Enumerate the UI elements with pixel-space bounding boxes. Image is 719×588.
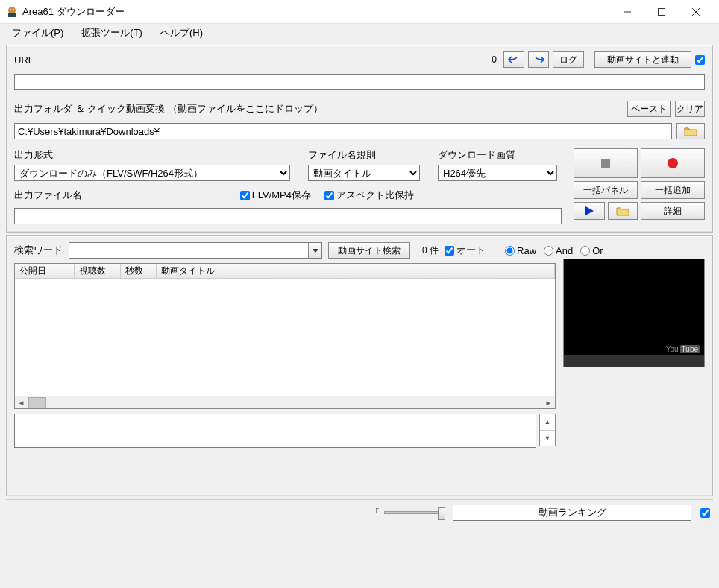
filename-rule-label: ファイル名規則 bbox=[308, 148, 420, 162]
ranking-input[interactable] bbox=[453, 505, 691, 521]
updown-buttons[interactable]: ▲ ▼ bbox=[539, 414, 556, 446]
minimize-button[interactable] bbox=[610, 1, 644, 23]
paste-button[interactable]: ペースト bbox=[627, 101, 671, 117]
batch-add-button[interactable]: 一括追加 bbox=[641, 181, 705, 199]
detail-button[interactable]: 詳細 bbox=[641, 202, 705, 220]
output-format-select[interactable]: ダウンロードのみ（FLV/SWF/H264形式） bbox=[14, 165, 290, 181]
scroll-left-icon[interactable]: ◄ bbox=[15, 396, 28, 409]
svg-marker-11 bbox=[313, 249, 318, 253]
menubar: ファイル(P) 拡張ツール(T) ヘルプ(H) bbox=[0, 24, 719, 42]
slider-thumb[interactable] bbox=[438, 507, 445, 520]
output-filename-input[interactable] bbox=[14, 208, 562, 224]
search-input[interactable] bbox=[69, 242, 322, 259]
bracket-icon: 「 bbox=[371, 507, 380, 519]
svg-marker-10 bbox=[585, 206, 594, 215]
column-seconds[interactable]: 秒数 bbox=[121, 264, 157, 278]
filename-rule-select[interactable]: 動画タイトル bbox=[308, 165, 420, 181]
down-button[interactable]: ▼ bbox=[540, 431, 555, 446]
scroll-thumb[interactable] bbox=[28, 397, 46, 408]
svg-point-2 bbox=[10, 9, 11, 10]
radio-raw[interactable]: Raw bbox=[505, 245, 536, 256]
stop-button[interactable] bbox=[574, 148, 638, 178]
svg-point-9 bbox=[668, 158, 678, 168]
quality-select[interactable]: H264優先 bbox=[438, 165, 557, 181]
youtube-logo: You Tube bbox=[666, 345, 700, 353]
redo-button[interactable] bbox=[528, 51, 549, 68]
titlebar: Area61 ダウンローダー bbox=[0, 0, 719, 24]
site-link-checkbox[interactable] bbox=[695, 55, 705, 65]
url-count: 0 bbox=[492, 54, 497, 65]
quality-label: ダウンロード画質 bbox=[438, 148, 557, 162]
svg-rect-1 bbox=[8, 13, 16, 17]
menu-file[interactable]: ファイル(P) bbox=[4, 25, 71, 41]
up-button[interactable]: ▲ bbox=[540, 414, 555, 431]
log-button[interactable]: ログ bbox=[553, 51, 584, 68]
svg-point-0 bbox=[8, 7, 16, 14]
ranking-checkbox[interactable] bbox=[700, 508, 710, 518]
app-icon bbox=[6, 6, 18, 18]
table-header: 公開日 視聴数 秒数 動画タイトル bbox=[15, 264, 555, 279]
window-title: Area61 ダウンローダー bbox=[22, 5, 610, 19]
output-folder-input[interactable] bbox=[14, 123, 672, 139]
close-button[interactable] bbox=[679, 1, 713, 23]
browse-folder-button[interactable] bbox=[676, 123, 705, 139]
batch-panel-button[interactable]: 一括パネル bbox=[574, 181, 638, 199]
column-views[interactable]: 視聴数 bbox=[75, 264, 121, 278]
flv-save-checkbox[interactable]: FLV/MP4保存 bbox=[240, 189, 311, 202]
scroll-right-icon[interactable]: ► bbox=[542, 396, 555, 409]
column-title[interactable]: 動画タイトル bbox=[157, 264, 555, 278]
output-filename-label: 出力ファイル名 bbox=[14, 189, 82, 202]
open-folder-button[interactable] bbox=[608, 202, 638, 220]
svg-rect-5 bbox=[659, 8, 665, 15]
video-preview[interactable]: You Tube bbox=[563, 259, 705, 367]
url-input[interactable] bbox=[14, 74, 705, 90]
site-link-button[interactable]: 動画サイトと連動 bbox=[594, 51, 691, 68]
slider[interactable] bbox=[384, 511, 444, 514]
clear-button[interactable]: クリア bbox=[675, 101, 705, 117]
search-button[interactable]: 動画サイト検索 bbox=[328, 242, 410, 259]
horizontal-scrollbar[interactable]: ◄ ► bbox=[15, 396, 555, 408]
menu-tools[interactable]: 拡張ツール(T) bbox=[74, 25, 150, 41]
svg-point-3 bbox=[13, 9, 14, 10]
menu-help[interactable]: ヘルプ(H) bbox=[153, 25, 210, 41]
undo-button[interactable] bbox=[503, 51, 524, 68]
search-count: 0 件 bbox=[422, 244, 439, 257]
play-button[interactable] bbox=[574, 202, 605, 220]
result-table[interactable]: 公開日 視聴数 秒数 動画タイトル ◄ ► bbox=[14, 263, 556, 409]
info-textarea[interactable] bbox=[14, 414, 536, 448]
aspect-checkbox[interactable]: アスペクト比保持 bbox=[324, 189, 414, 202]
window-controls bbox=[610, 1, 713, 23]
radio-and[interactable]: And bbox=[544, 245, 573, 256]
search-label: 検索ワード bbox=[14, 244, 63, 257]
auto-checkbox[interactable]: オート bbox=[445, 244, 486, 257]
output-format-label: 出力形式 bbox=[14, 148, 290, 162]
lower-panel: 検索ワード 動画サイト検索 0 件 オート Raw And Or 公開日 視聴数… bbox=[6, 235, 713, 496]
svg-rect-8 bbox=[601, 159, 610, 168]
maximize-button[interactable] bbox=[644, 1, 679, 23]
radio-or[interactable]: Or bbox=[580, 245, 603, 256]
upper-panel: URL 0 ログ 動画サイトと連動 出力フォルダ ＆ クイック動画変換 （動画フ… bbox=[6, 45, 713, 233]
search-dropdown-button[interactable] bbox=[308, 243, 321, 258]
preview-seekbar[interactable] bbox=[564, 355, 704, 367]
url-label: URL bbox=[14, 54, 34, 66]
record-button[interactable] bbox=[641, 148, 705, 178]
column-date[interactable]: 公開日 bbox=[15, 264, 75, 278]
output-folder-label: 出力フォルダ ＆ クイック動画変換 （動画ファイルをここにドロップ） bbox=[14, 102, 323, 116]
